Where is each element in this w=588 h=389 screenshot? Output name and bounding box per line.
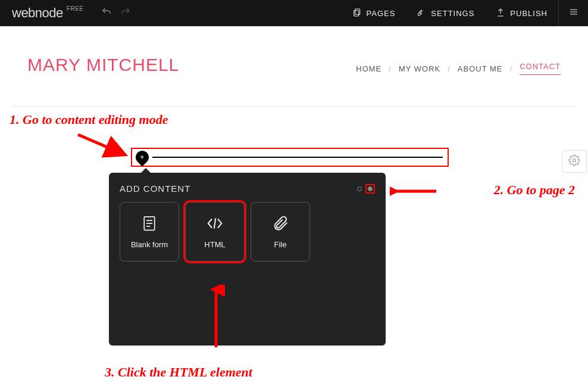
panel-title: ADD CONTENT <box>120 183 190 194</box>
nav-separator: / <box>510 64 513 73</box>
paperclip-icon <box>271 214 289 234</box>
settings-button[interactable]: SETTINGS <box>406 0 485 26</box>
annotation-step1: 1. Go to content editing mode <box>10 112 168 127</box>
nav-separator: / <box>448 64 451 73</box>
brand-logo: webnode <box>12 5 63 21</box>
header-separator <box>12 106 576 107</box>
svg-line-5 <box>78 135 123 154</box>
plus-icon: + <box>140 154 144 161</box>
add-content-panel: ADD CONTENT Blank form HTML File <box>109 173 386 346</box>
annotation-step2: 2. Go to page 2 <box>494 182 575 198</box>
option-html[interactable]: HTML <box>185 202 245 262</box>
nav-about-me[interactable]: ABOUT ME <box>458 64 503 73</box>
site-header: MARY MITCHELL HOME / MY WORK / ABOUT ME … <box>0 26 588 88</box>
pager-dot-2[interactable] <box>368 186 373 191</box>
option-file[interactable]: File <box>251 202 310 262</box>
option-label: Blank form <box>131 240 168 249</box>
pager-dot-1[interactable] <box>357 186 362 191</box>
svg-rect-1 <box>354 10 358 15</box>
site-title[interactable]: MARY MITCHELL <box>27 55 179 75</box>
arrow-step2 <box>390 185 437 198</box>
hamburger-icon <box>568 7 579 20</box>
option-label: HTML <box>204 240 225 249</box>
svg-point-13 <box>573 159 576 162</box>
upload-icon <box>496 8 505 19</box>
svg-rect-0 <box>355 9 359 14</box>
gear-icon <box>568 154 580 169</box>
nav-my-work[interactable]: MY WORK <box>399 64 440 73</box>
add-content-handle[interactable]: + <box>133 148 151 166</box>
undo-redo-group <box>101 7 131 20</box>
code-icon <box>205 214 225 234</box>
nav-contact[interactable]: CONTACT <box>520 62 561 75</box>
nav-separator: / <box>389 64 392 73</box>
arrow-step3 <box>207 285 225 350</box>
topbar-right: PAGES SETTINGS PUBLISH <box>342 0 589 26</box>
insert-content-bar[interactable]: + <box>131 148 449 167</box>
section-settings-button[interactable] <box>562 150 587 173</box>
annotation-step3: 3. Click the HTML element <box>105 365 252 380</box>
option-blank-form[interactable]: Blank form <box>120 202 179 262</box>
pager-dot-2-highlight <box>365 184 375 194</box>
publish-button[interactable]: PUBLISH <box>485 0 558 26</box>
svg-line-10 <box>214 218 216 229</box>
insert-rule <box>152 157 443 158</box>
pages-label: PAGES <box>367 9 396 18</box>
free-badge: FREE <box>67 5 84 12</box>
settings-label: SETTINGS <box>431 9 474 18</box>
nav-home[interactable]: HOME <box>356 64 381 73</box>
site-nav: HOME / MY WORK / ABOUT ME / CONTACT <box>356 62 561 75</box>
pages-button[interactable]: PAGES <box>342 0 406 26</box>
arrow-step1 <box>75 131 129 161</box>
option-label: File <box>274 240 287 249</box>
undo-icon[interactable] <box>101 7 112 20</box>
redo-icon[interactable] <box>120 7 131 20</box>
editor-topbar: webnode FREE PAGES SETTINGS PUBLISH <box>0 0 588 26</box>
form-icon <box>140 214 158 234</box>
publish-label: PUBLISH <box>510 9 548 18</box>
panel-header: ADD CONTENT <box>120 183 375 194</box>
wrench-icon <box>417 8 426 19</box>
brand-suffix: node <box>35 5 63 20</box>
content-options: Blank form HTML File <box>120 202 375 262</box>
panel-pager <box>357 184 375 194</box>
brand-prefix: web <box>12 5 35 20</box>
menu-button[interactable] <box>558 0 588 26</box>
pages-icon <box>352 8 362 19</box>
